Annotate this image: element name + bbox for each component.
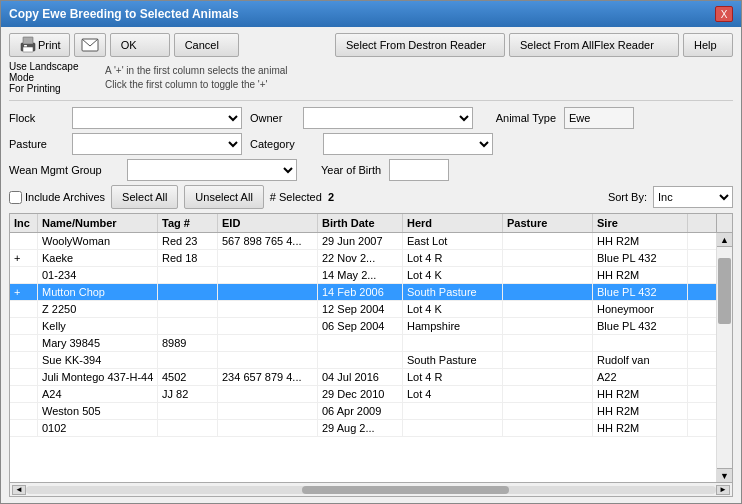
header-pasture: Pasture [503,214,593,232]
cell-tag [158,267,218,283]
year-birth-input[interactable] [389,159,449,181]
pasture-label: Pasture [9,138,64,150]
header-tag: Tag # [158,214,218,232]
num-selected-value: 2 [328,191,334,203]
cell-name: 01-234 [38,267,158,283]
cell-name: 0102 [38,420,158,436]
cell-sire: HH R2M [593,403,688,419]
table-row[interactable]: Mary 39845 8989 [10,335,716,352]
table-row[interactable]: 0102 29 Aug 2... HH R2M [10,420,716,437]
select-destron-button[interactable]: Select From Destron Reader [335,33,505,57]
cell-herd: South Pasture [403,352,503,368]
help-button[interactable]: Help [683,33,733,57]
cell-inc: + [10,250,38,266]
cell-herd [403,403,503,419]
hscroll-left[interactable]: ◄ [12,485,26,495]
cell-eid: 234 657 879 4... [218,369,318,385]
cell-name: Juli Montego 437-H-44 [38,369,158,385]
cell-pasture [503,386,593,402]
svg-rect-1 [23,37,33,44]
table-row[interactable]: A24 JJ 82 29 Dec 2010 Lot 4 HH R2M [10,386,716,403]
include-archives-label[interactable]: Include Archives [9,191,105,204]
cell-tag [158,420,218,436]
table-row[interactable]: 01-234 14 May 2... Lot 4 K HH R2M [10,267,716,284]
sort-label: Sort By: [608,191,647,203]
cell-eid [218,335,318,351]
print-button[interactable]: Print [9,33,70,57]
table-row[interactable]: + Mutton Chop 14 Feb 2006 South Pasture … [10,284,716,301]
form-row-1: Flock Owner Animal Type Ewe [9,107,733,129]
cell-herd: Lot 4 R [403,250,503,266]
unselect-all-button[interactable]: Unselect All [184,185,263,209]
sort-select[interactable]: Inc Name Tag [653,186,733,208]
cell-eid [218,301,318,317]
cell-birth: 12 Sep 2004 [318,301,403,317]
filter-row: Include Archives Select All Unselect All… [9,185,733,209]
hscroll-thumb[interactable] [302,486,509,494]
cell-herd: Lot 4 [403,386,503,402]
table-row[interactable]: + Kaeke Red 18 22 Nov 2... Lot 4 R Blue … [10,250,716,267]
category-select[interactable] [323,133,493,155]
cell-pasture [503,420,593,436]
table-row[interactable]: Juli Montego 437-H-44 4502 234 657 879 4… [10,369,716,386]
table-row[interactable]: Weston 505 06 Apr 2009 HH R2M [10,403,716,420]
scroll-track [717,247,732,468]
owner-select[interactable] [303,107,473,129]
cell-sire: Honeymoor [593,301,688,317]
select-allflex-button[interactable]: Select From AllFlex Reader [509,33,679,57]
select-all-button[interactable]: Select All [111,185,178,209]
cell-inc [10,318,38,334]
cell-sire: HH R2M [593,420,688,436]
table-body-wrapper: WoolyWoman Red 23 567 898 765 4... 29 Ju… [10,233,732,482]
scroll-up[interactable]: ▲ [717,233,732,247]
email-button[interactable] [74,33,106,57]
cell-eid [218,420,318,436]
scroll-down[interactable]: ▼ [717,468,732,482]
cell-sire: Blue PL 432 [593,250,688,266]
printer-icon [18,36,38,54]
flock-select[interactable] [72,107,242,129]
hint-text: A '+' in the first column selects the an… [105,64,288,92]
cell-name: Sue KK-394 [38,352,158,368]
close-button[interactable]: X [715,6,733,22]
cell-herd: Hampshire [403,318,503,334]
table-body[interactable]: WoolyWoman Red 23 567 898 765 4... 29 Ju… [10,233,716,482]
cell-tag [158,301,218,317]
wean-group-select[interactable] [127,159,297,181]
cell-sire: HH R2M [593,233,688,249]
cancel-button[interactable]: Cancel [174,33,239,57]
form-row-3: Wean Mgmt Group Year of Birth [9,159,733,181]
table-row[interactable]: Z 2250 12 Sep 2004 Lot 4 K Honeymoor [10,301,716,318]
animal-type-label: Animal Type [481,112,556,124]
cell-inc [10,335,38,351]
table-row[interactable]: Sue KK-394 South Pasture Rudolf van [10,352,716,369]
table-row[interactable]: WoolyWoman Red 23 567 898 765 4... 29 Ju… [10,233,716,250]
category-label: Category [250,138,315,150]
main-content: Print OK Cancel Select From Destron Read… [1,27,741,503]
table-row[interactable]: Kelly 06 Sep 2004 Hampshire Blue PL 432 [10,318,716,335]
vertical-scrollbar[interactable]: ▲ ▼ [716,233,732,482]
horizontal-scrollbar[interactable]: ◄ ► [10,482,732,496]
ok-button[interactable]: OK [110,33,170,57]
hscroll-track [26,486,716,494]
cell-herd: East Lot [403,233,503,249]
include-archives-checkbox[interactable] [9,191,22,204]
scroll-thumb[interactable] [718,258,731,324]
cell-birth [318,335,403,351]
cell-birth: 29 Aug 2... [318,420,403,436]
pasture-select[interactable] [72,133,242,155]
hscroll-right[interactable]: ► [716,485,730,495]
landscape-label: Use Landscape Mode For Printing [9,61,89,94]
cell-sire: Blue PL 432 [593,318,688,334]
table-header-row: Inc Name/Number Tag # EID Birth Date Her… [10,214,732,233]
svg-rect-3 [24,45,27,47]
cell-inc [10,420,38,436]
cell-pasture [503,318,593,334]
flock-label: Flock [9,112,64,124]
cell-eid [218,403,318,419]
cell-tag: JJ 82 [158,386,218,402]
cell-inc [10,301,38,317]
cell-sire: HH R2M [593,386,688,402]
hint-row: Use Landscape Mode For Printing A '+' in… [9,61,733,94]
cell-inc [10,369,38,385]
